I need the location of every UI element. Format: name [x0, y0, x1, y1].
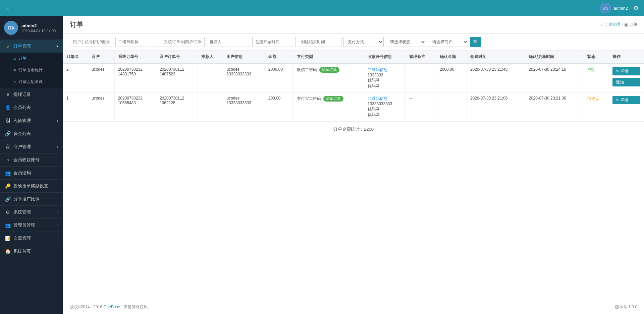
- status-select[interactable]: 请选择状态: [386, 37, 426, 47]
- sidebar-item-system-home[interactable]: 🏠 系统首页: [0, 245, 63, 258]
- cell-order-id: 1: [63, 92, 88, 121]
- sidebar-item-night-grab[interactable]: 🔑 夜晚抢单奖励设置: [0, 180, 63, 192]
- account-info-link[interactable]: 二维码信息: [368, 96, 388, 101]
- breadcrumb-link-order-mgmt[interactable]: 订单管理: [604, 22, 620, 27]
- order-no-input[interactable]: [161, 37, 205, 47]
- sidebar-section-night-grab: 🔑 夜晚抢单奖励设置: [0, 180, 63, 193]
- col-merchant: 商户: [88, 51, 114, 63]
- cell-confirm-amount: [436, 92, 467, 121]
- chevron-right-icon3: ›: [57, 210, 58, 214]
- sidebar-user-info: admin2 2020-04-04 10:04:00: [21, 23, 56, 33]
- qr-code-input[interactable]: [115, 37, 159, 47]
- footer-brand-link[interactable]: OneBase: [103, 305, 120, 309]
- breadcrumb-current: 订单: [629, 22, 637, 27]
- sidebar-section-withdrawal: ≡ 提现记录: [0, 88, 63, 101]
- col-confirm-amount: 确认金额: [436, 51, 467, 63]
- sidebar-sub-label-orders: 订单: [18, 56, 26, 61]
- sidebar-username: admin2: [21, 23, 56, 28]
- chevron-right-icon: ›: [57, 119, 58, 123]
- col-order-id: 订单ID: [63, 51, 88, 63]
- orders-table: 订单ID 商户 系统订单号 商户订单号 推荐人 用户信息 金额 支付类型 收款账…: [63, 51, 644, 121]
- cell-update-time: 2020-07-30 23:21:06: [525, 92, 584, 121]
- cell-amount: 200.00: [265, 92, 293, 121]
- sidebar-sub-item-order-match[interactable]: ≡ 订单匹配测试: [0, 76, 63, 88]
- sidebar-item-withdrawal[interactable]: ≡ 提现记录: [0, 88, 63, 101]
- sidebar-section-article: 📝 文章管理 ›: [0, 232, 63, 245]
- col-update-time: 确认/更新时间: [525, 51, 584, 63]
- stats-icon: ≡: [13, 68, 16, 73]
- col-system-order-no: 系统订单号: [114, 51, 156, 63]
- cell-create-time: 2020-07-30 23:21:48: [467, 63, 525, 92]
- detail-button[interactable]: ✎ 详情: [612, 67, 640, 75]
- member-account-icon: ○: [5, 157, 11, 163]
- sidebar-sub-item-orders[interactable]: ≡ 订单: [0, 53, 63, 64]
- sidebar-item-fund-list[interactable]: 🔗 资金列表: [0, 127, 63, 140]
- merchant-select[interactable]: 请选择商户: [428, 37, 468, 47]
- cell-order-id: 2: [63, 63, 88, 92]
- sidebar-item-member-structure[interactable]: 👥 会员结构: [0, 167, 63, 179]
- notify-button[interactable]: 通知: [612, 78, 640, 86]
- sidebar-item-recharge[interactable]: 🖼 充值管理 ›: [0, 114, 63, 127]
- sidebar-section-share-ratio: 🔗 分享推广比例: [0, 193, 63, 206]
- cell-user-info: ucodes13333333333: [223, 92, 265, 121]
- sidebar-item-member-account[interactable]: ○ 会员收款账号: [0, 153, 63, 166]
- sidebar-section-orders: ○ 订单管理 ▾ ≡ 订单 ≡ 订单省市统计 ≡ 订单匹配测试: [0, 40, 63, 88]
- col-create-time: 创建时间: [467, 51, 525, 63]
- menu-icon[interactable]: ≡: [5, 5, 9, 12]
- search-button[interactable]: 🔍: [470, 37, 481, 47]
- order-total-amount: 2200: [364, 127, 374, 132]
- sidebar-item-share-ratio[interactable]: 🔗 分享推广比例: [0, 193, 63, 205]
- end-time-input[interactable]: [298, 37, 341, 47]
- cell-pay-type: 支付宝二维码 测试订单: [293, 92, 364, 121]
- cell-account-info: 二维码信息 1333333优码网优码网: [364, 63, 406, 92]
- sidebar-item-merchant-mgmt[interactable]: 🏛 商户管理 ›: [0, 140, 63, 153]
- user-phone-input[interactable]: [70, 37, 113, 47]
- cell-referrer: [198, 63, 223, 92]
- share-icon: 🔗: [5, 196, 11, 202]
- cell-confirm-amount: 2000.00: [436, 63, 467, 92]
- sidebar-section-system-home: 🏠 系统首页: [0, 245, 63, 258]
- action-buttons: ✎ 详情 通知: [612, 67, 640, 86]
- start-time-input[interactable]: [252, 37, 296, 47]
- pay-method-select[interactable]: 支付方式: [343, 37, 384, 47]
- sidebar-sub-item-order-stats[interactable]: ≡ 订单省市统计: [0, 64, 63, 76]
- sidebar-section-member-structure: 👥 会员结构: [0, 167, 63, 180]
- article-icon: 📝: [5, 236, 11, 241]
- account-info-link[interactable]: 二维码信息: [368, 67, 388, 72]
- sidebar-item-order-management[interactable]: ○ 订单管理 ▾: [0, 40, 63, 53]
- cell-status: 待确认: [584, 92, 609, 121]
- sidebar-section-member-list: 👤 会员列表: [0, 101, 63, 114]
- referrer-input[interactable]: [207, 37, 250, 47]
- sidebar-item-admin-mgmt[interactable]: 👥 管理员管理 ›: [0, 219, 63, 232]
- cell-update-time: 2020-07-30 23:24:16: [525, 63, 584, 92]
- footer-version: 版本号 1.0.0: [615, 304, 637, 310]
- sidebar-user: iTA admin2 2020-04-04 10:04:00: [0, 16, 63, 40]
- home-icon: 🏠: [5, 249, 11, 254]
- col-user-info: 用户信息: [223, 51, 265, 63]
- cell-system-order-no: 2020073023210685483: [114, 92, 156, 121]
- sidebar-item-member-list[interactable]: 👤 会员列表: [0, 101, 63, 114]
- breadcrumb-separator: ›: [622, 22, 623, 27]
- cell-merchant: ucodes: [88, 92, 114, 121]
- cell-admin-note: [406, 63, 436, 92]
- cell-merchant-order-no: 202007301121062128: [156, 92, 198, 121]
- detail-button[interactable]: ✎ 详情: [612, 96, 640, 104]
- status-badge: 成功: [587, 67, 595, 72]
- sidebar: iTA admin2 2020-04-04 10:04:00 ○ 订单管理 ▾ …: [0, 16, 63, 314]
- order-total-label: 订单金额统计：: [333, 127, 364, 132]
- sidebar-item-article-mgmt[interactable]: 📝 文章管理 ›: [0, 232, 63, 245]
- sidebar-sub-label-match: 订单匹配测试: [18, 79, 43, 85]
- col-merchant-order-no: 商户订单号: [156, 51, 198, 63]
- edit-icon: ✎: [616, 98, 619, 103]
- settings-icon[interactable]: ⚙: [633, 4, 639, 12]
- sidebar-datetime: 2020-04-04 10:04:00: [21, 29, 56, 33]
- cell-actions: ✎ 详情: [609, 92, 644, 121]
- content-header: 订单 ○ 订单管理 › ▣ 订单: [63, 16, 644, 34]
- test-order-tag: 测试订单: [319, 67, 339, 73]
- cell-account-info: 二维码信息 13333333333优码网优码网: [364, 92, 406, 121]
- status-badge: 待确认: [587, 96, 599, 101]
- top-header: ≡ iTA admin2 ⚙: [0, 0, 644, 16]
- sidebar-avatar: iTA: [4, 21, 18, 35]
- sidebar-item-system-mgmt[interactable]: ⚙ 系统管理 ›: [0, 206, 63, 218]
- list-icon: ≡: [13, 56, 16, 61]
